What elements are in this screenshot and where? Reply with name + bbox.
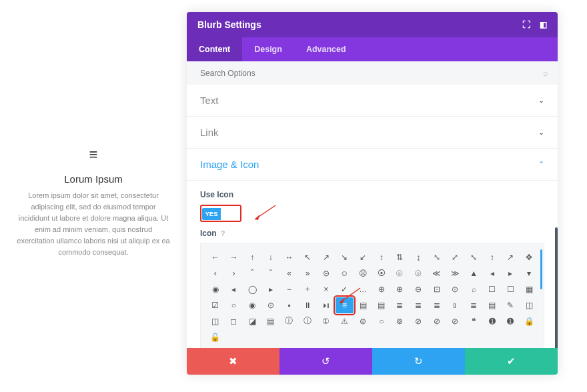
icon-option[interactable]: ✥ (520, 249, 538, 265)
icon-option[interactable]: ▤ (483, 297, 502, 313)
icon-option[interactable]: ☑ (206, 297, 225, 313)
icon-option[interactable]: ⤢ (446, 249, 465, 265)
icon-option[interactable]: ◫ (206, 313, 225, 329)
snap-icon[interactable]: ◧ (540, 20, 547, 29)
icon-option[interactable]: ˆ (243, 265, 261, 281)
section-text[interactable]: Text ⌄ (187, 85, 558, 117)
icon-option[interactable]: ◉ (243, 297, 261, 313)
icon-option[interactable]: ˇ (261, 265, 280, 281)
icon-option[interactable]: ↕ (372, 249, 391, 265)
icon-option[interactable]: ☺ (336, 265, 354, 281)
icon-option[interactable]: ↓ (261, 249, 280, 265)
icon-option[interactable]: ≫ (446, 265, 465, 281)
icon-option[interactable]: ◪ (243, 313, 261, 329)
redo-button[interactable]: ↻ (372, 348, 465, 375)
icon-option[interactable]: ↔ (280, 249, 299, 265)
icon-option[interactable]: ⓘ (298, 313, 317, 329)
icon-option[interactable]: ⚠ (336, 313, 354, 329)
icon-option[interactable]: ▾ (520, 265, 538, 281)
icon-option[interactable]: ⦾ (409, 265, 428, 281)
icon-option[interactable]: ⫾ (446, 297, 465, 313)
icon-option[interactable]: ⊝ (317, 265, 336, 281)
icon-option[interactable]: ○ (372, 313, 391, 329)
icon-option[interactable]: ➊ (502, 313, 520, 329)
search-icon[interactable]: ⌕ (543, 68, 548, 78)
icon-picker-scrollbar[interactable] (540, 249, 542, 289)
icon-option[interactable]: ◂ (483, 265, 502, 281)
section-image-icon[interactable]: Image & Icon ⌃ (187, 149, 558, 181)
icon-option[interactable]: ➊ (483, 313, 502, 329)
icon-option[interactable]: ≡ (336, 297, 354, 313)
icon-option[interactable]: ⦿ (372, 265, 391, 281)
section-link[interactable]: Link ⌄ (187, 117, 558, 149)
icon-option[interactable]: ≣ (409, 297, 428, 313)
use-icon-toggle[interactable]: YES (202, 208, 239, 220)
icon-option[interactable]: ❝ (464, 313, 483, 329)
icon-option[interactable]: ✎ (502, 297, 520, 313)
icon-option[interactable]: ⊕ (372, 281, 391, 297)
icon-option[interactable]: ⏯ (317, 297, 336, 313)
icon-option[interactable]: ☐ (483, 281, 502, 297)
icon-option[interactable]: ▸ (261, 281, 280, 297)
icon-option[interactable]: ◻ (225, 313, 243, 329)
icon-option[interactable]: ▪ (280, 297, 299, 313)
icon-option[interactable]: ← (206, 249, 225, 265)
icon-option[interactable]: ⌕ (464, 281, 483, 297)
icon-option[interactable]: ⇅ (391, 249, 410, 265)
icon-option[interactable]: ◫ (520, 297, 538, 313)
icon-option[interactable]: ◉ (206, 281, 225, 297)
tab-design[interactable]: Design (242, 37, 294, 61)
icon-option[interactable]: ▤ (354, 297, 372, 313)
icon-option[interactable]: ⊘ (446, 313, 465, 329)
icon-option[interactable]: ⦾ (391, 265, 410, 281)
icon-option[interactable]: ✓ (336, 281, 354, 297)
icon-option[interactable]: ⊘ (428, 313, 446, 329)
icon-option[interactable]: ⊚ (391, 313, 410, 329)
icon-option[interactable]: ⊖ (409, 281, 428, 297)
icon-option[interactable]: ⊕ (391, 281, 410, 297)
icon-option[interactable]: → (225, 249, 243, 265)
icon-option[interactable]: » (298, 265, 317, 281)
help-icon[interactable]: ? (221, 229, 225, 237)
icon-option[interactable]: ⊙ (261, 297, 280, 313)
icon-option[interactable]: ⊜ (354, 313, 372, 329)
icon-option[interactable]: › (225, 265, 243, 281)
save-button[interactable]: ✔ (465, 348, 558, 375)
icon-option[interactable]: ▤ (261, 313, 280, 329)
icon-option[interactable]: ⊘ (409, 313, 428, 329)
icon-option[interactable]: ⓘ (280, 313, 299, 329)
icon-option[interactable]: ○ (225, 297, 243, 313)
icon-option[interactable]: ① (317, 313, 336, 329)
icon-option[interactable]: ↕ (483, 249, 502, 265)
icon-option[interactable]: ◂ (225, 281, 243, 297)
search-input[interactable] (200, 69, 543, 78)
icon-option[interactable]: × (317, 281, 336, 297)
icon-option[interactable]: ▦ (520, 281, 538, 297)
icon-option[interactable]: ⤡ (464, 249, 483, 265)
icon-option[interactable]: ≪ (428, 265, 446, 281)
icon-option[interactable]: ▲ (464, 265, 483, 281)
icon-option[interactable]: ↙ (354, 249, 372, 265)
icon-option[interactable]: ▸ (502, 265, 520, 281)
icon-option[interactable]: ↗ (502, 249, 520, 265)
expand-icon[interactable]: ⛶ (522, 20, 530, 29)
icon-option[interactable]: … (354, 281, 372, 297)
icon-option[interactable]: ▤ (372, 297, 391, 313)
icon-option[interactable]: ≣ (391, 297, 410, 313)
tab-advanced[interactable]: Advanced (294, 37, 358, 61)
cancel-button[interactable]: ✖ (187, 348, 279, 375)
icon-option[interactable]: − (280, 281, 299, 297)
icon-option[interactable]: « (280, 265, 299, 281)
icon-option[interactable]: ☐ (502, 281, 520, 297)
icon-option[interactable]: 🔒 (520, 313, 538, 329)
icon-option[interactable]: ◯ (243, 281, 261, 297)
icon-option[interactable]: ↘ (336, 249, 354, 265)
icon-option[interactable]: ＋ (298, 281, 317, 297)
icon-option[interactable]: ↨ (409, 249, 428, 265)
icon-option[interactable]: 🔓 (206, 329, 225, 345)
icon-option[interactable]: ☹ (354, 265, 372, 281)
modal-scrollbar[interactable] (555, 227, 558, 348)
icon-option[interactable]: ⊡ (428, 281, 446, 297)
icon-option[interactable]: ≣ (428, 297, 446, 313)
icon-option[interactable]: ↑ (243, 249, 261, 265)
